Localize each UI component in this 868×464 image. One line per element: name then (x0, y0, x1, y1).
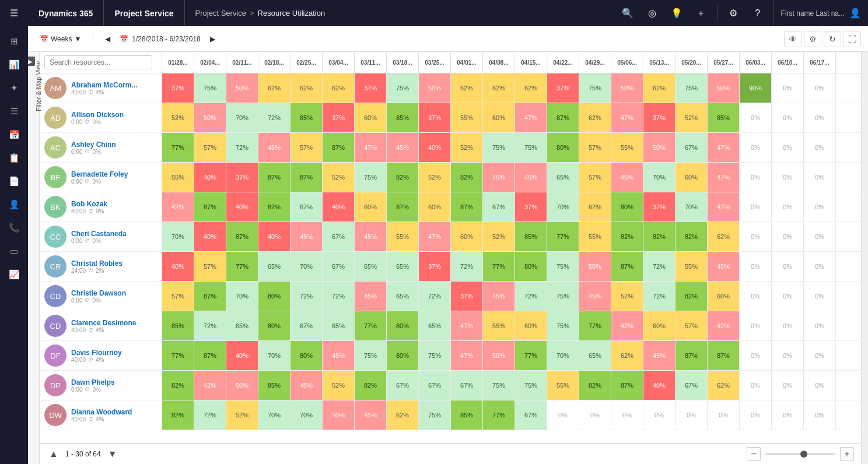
utilization-cell[interactable]: 62% (290, 73, 323, 103)
utilization-cell[interactable]: 0% (804, 282, 836, 311)
resource-name[interactable]: Bernadette Foley (71, 170, 157, 178)
utilization-cell[interactable]: 62% (708, 371, 740, 400)
utilization-cell[interactable]: 82% (611, 222, 643, 251)
utilization-cell[interactable]: 50% (226, 371, 258, 400)
resource-name[interactable]: Christal Robles (71, 259, 157, 268)
utilization-cell[interactable]: 40% (194, 222, 226, 251)
utilization-cell[interactable]: 40% (162, 252, 194, 281)
utilization-cell[interactable]: 0% (772, 371, 804, 400)
sidebar-icon-person[interactable]: 👤 (4, 194, 24, 215)
refresh-btn[interactable]: ↻ (824, 31, 841, 47)
utilization-cell[interactable]: 55% (387, 222, 419, 251)
utilization-cell[interactable]: 77% (162, 133, 194, 162)
utilization-cell[interactable]: 70% (258, 341, 290, 370)
utilization-cell[interactable]: 40% (643, 371, 676, 400)
utilization-cell[interactable]: 0% (547, 400, 579, 430)
utilization-cell[interactable]: 72% (290, 282, 323, 311)
resource-name[interactable]: Dianna Woodward (71, 408, 157, 416)
utilization-cell[interactable]: 52% (162, 103, 194, 132)
utilization-cell[interactable]: 0% (804, 222, 836, 251)
utilization-cell[interactable]: 0% (708, 400, 740, 430)
utilization-cell[interactable]: 75% (355, 341, 387, 370)
zoom-thumb[interactable] (800, 451, 807, 458)
utilization-cell[interactable]: 0% (772, 252, 804, 281)
utilization-cell[interactable]: 65% (387, 282, 419, 311)
utilization-cell[interactable]: 62% (258, 73, 290, 103)
utilization-cell[interactable]: 37% (355, 73, 387, 103)
utilization-cell[interactable]: 37% (323, 103, 355, 132)
utilization-cell[interactable]: 45% (290, 371, 323, 400)
resource-name[interactable]: Davis Flournoy (71, 349, 157, 357)
utilization-cell[interactable]: 37% (419, 103, 451, 132)
utilization-cell[interactable]: 65% (547, 163, 579, 192)
utilization-cell[interactable]: 70% (547, 192, 579, 222)
next-period-btn[interactable]: ▶ (205, 33, 220, 45)
utilization-cell[interactable]: 45% (483, 282, 515, 311)
user-profile[interactable]: First name Last na... 👤 (774, 0, 868, 26)
utilization-cell[interactable]: 50% (579, 252, 611, 281)
hamburger-menu[interactable]: ☰ (0, 0, 28, 26)
utilization-cell[interactable]: 75% (483, 133, 515, 162)
utilization-cell[interactable]: 0% (772, 282, 804, 311)
utilization-cell[interactable]: 82% (258, 192, 290, 222)
utilization-cell[interactable]: 75% (547, 311, 579, 340)
utilization-cell[interactable]: 55% (162, 163, 194, 192)
utilization-cell[interactable]: 57% (194, 252, 226, 281)
utilization-cell[interactable]: 0% (579, 400, 611, 430)
utilization-cell[interactable]: 62% (451, 73, 483, 103)
utilization-cell[interactable]: 52% (226, 400, 258, 430)
utilization-cell[interactable]: 65% (323, 311, 355, 340)
utilization-cell[interactable]: 60% (515, 311, 547, 340)
utilization-cell[interactable]: 55% (676, 252, 708, 281)
utilization-cell[interactable]: 75% (483, 371, 515, 400)
utilization-cell[interactable]: 50% (611, 73, 643, 103)
utilization-cell[interactable]: 0% (804, 133, 836, 162)
resource-name[interactable]: Ashley Chinn (71, 140, 157, 149)
utilization-cell[interactable]: 52% (676, 103, 708, 132)
utilization-cell[interactable]: 72% (194, 311, 226, 340)
utilization-cell[interactable]: 82% (676, 222, 708, 251)
utilization-cell[interactable]: 55% (547, 371, 579, 400)
utilization-cell[interactable]: 47% (355, 133, 387, 162)
utilization-cell[interactable]: 87% (708, 341, 740, 370)
utilization-cell[interactable]: 72% (643, 282, 676, 311)
utilization-cell[interactable]: 62% (515, 73, 547, 103)
utilization-cell[interactable]: 75% (579, 73, 611, 103)
view-toggle-btn[interactable]: 👁 (784, 31, 802, 47)
utilization-cell[interactable]: 77% (547, 222, 579, 251)
utilization-cell[interactable]: 85% (387, 103, 419, 132)
utilization-cell[interactable]: 67% (676, 133, 708, 162)
utilization-cell[interactable]: 45% (290, 222, 323, 251)
settings-nav-icon[interactable]: ⚙ (722, 0, 744, 26)
utilization-cell[interactable]: 82% (162, 400, 194, 430)
utilization-cell[interactable]: 75% (515, 371, 547, 400)
settings-btn[interactable]: ⚙ (804, 31, 821, 47)
utilization-cell[interactable]: 0% (740, 163, 772, 192)
vertical-scrollbar[interactable] (861, 52, 868, 464)
utilization-cell[interactable]: 87% (387, 192, 419, 222)
utilization-cell[interactable]: 77% (226, 252, 258, 281)
utilization-cell[interactable]: 47% (419, 222, 451, 251)
utilization-cell[interactable]: 47% (708, 163, 740, 192)
utilization-cell[interactable]: 0% (804, 400, 836, 430)
utilization-cell[interactable]: 57% (579, 133, 611, 162)
utilization-cell[interactable]: 0% (772, 163, 804, 192)
project-service-nav[interactable]: Project Service (104, 0, 184, 26)
utilization-cell[interactable]: 87% (611, 371, 643, 400)
utilization-cell[interactable]: 67% (676, 371, 708, 400)
utilization-cell[interactable]: 90% (740, 73, 772, 103)
next-page-btn[interactable]: ▼ (106, 447, 120, 461)
notifications-nav-icon[interactable]: 💡 (666, 0, 688, 26)
utilization-cell[interactable]: 87% (676, 341, 708, 370)
utilization-cell[interactable]: 0% (740, 341, 772, 370)
utilization-cell[interactable]: 0% (804, 103, 836, 132)
sidebar-icon-book[interactable]: 📋 (4, 147, 24, 168)
utilization-cell[interactable]: 87% (451, 192, 483, 222)
resource-name[interactable]: Dawn Phelps (71, 378, 157, 386)
utilization-cell[interactable]: 55% (451, 103, 483, 132)
utilization-cell[interactable]: 67% (515, 400, 547, 430)
utilization-cell[interactable]: 60% (708, 282, 740, 311)
utilization-cell[interactable]: 45% (387, 133, 419, 162)
utilization-cell[interactable]: 72% (515, 282, 547, 311)
utilization-cell[interactable]: 82% (579, 371, 611, 400)
